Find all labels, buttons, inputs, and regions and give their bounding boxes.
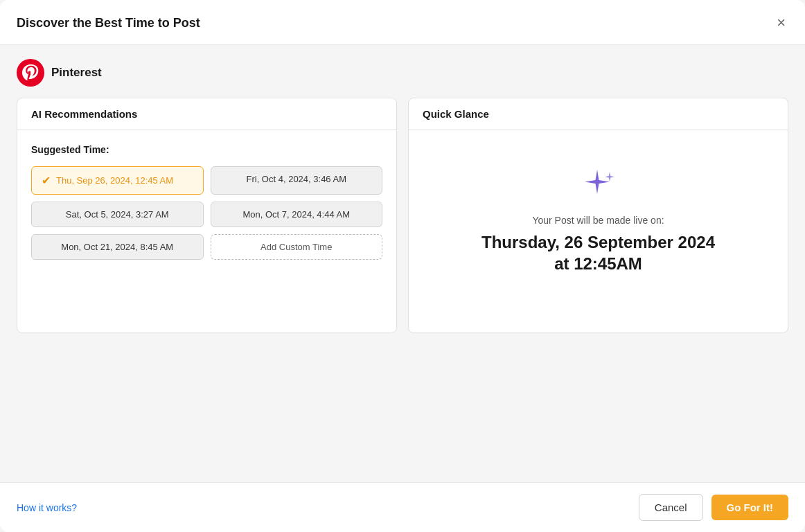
time-chip-label-2: Fri, Oct 4, 2024, 3:46 AM	[246, 174, 346, 184]
right-panel: Quick Glance Your Post will be made live…	[408, 98, 788, 333]
live-date-line2: at 12:45AM	[481, 253, 715, 274]
modal-body: Pinterest AI Recommendations Suggested T…	[0, 45, 805, 482]
time-chip-label-3: Sat, Oct 5, 2024, 3:27 AM	[66, 209, 169, 220]
sparkle-icon	[578, 166, 619, 204]
modal-header: Discover the Best Time to Post ×	[0, 0, 805, 45]
modal-title: Discover the Best Time to Post	[17, 16, 200, 30]
time-chip-label-4: Mon, Oct 7, 2024, 4:44 AM	[242, 209, 350, 220]
close-button[interactable]: ×	[774, 12, 788, 33]
add-custom-time-label: Add Custom Time	[260, 242, 332, 252]
time-chip-4[interactable]: Mon, Oct 7, 2024, 4:44 AM	[211, 202, 383, 227]
svg-point-0	[17, 59, 44, 87]
how-it-works-button[interactable]: How it works?	[17, 502, 77, 513]
left-panel: AI Recommendations Suggested Time: ✔ Thu…	[17, 98, 397, 333]
add-custom-time-button[interactable]: Add Custom Time	[211, 234, 383, 260]
time-chip-3[interactable]: Sat, Oct 5, 2024, 3:27 AM	[31, 202, 204, 227]
modal-footer: How it works? Cancel Go For It!	[0, 482, 805, 532]
live-date: Thursday, 26 September 2024 at 12:45AM	[481, 231, 715, 274]
platform-name: Pinterest	[51, 66, 102, 80]
time-chip-5[interactable]: Mon, Oct 21, 2024, 8:45 AM	[31, 234, 204, 260]
time-chip-label-1: Thu, Sep 26, 2024, 12:45 AM	[56, 175, 173, 186]
live-date-line1: Thursday, 26 September 2024	[481, 231, 715, 253]
live-label: Your Post will be made live on:	[532, 215, 664, 226]
quick-glance-header: Quick Glance	[409, 98, 788, 130]
pinterest-icon	[17, 59, 44, 87]
time-chip-selected[interactable]: ✔ Thu, Sep 26, 2024, 12:45 AM	[31, 166, 204, 195]
panels: AI Recommendations Suggested Time: ✔ Thu…	[17, 98, 788, 333]
modal: Discover the Best Time to Post × Pintere…	[0, 0, 805, 532]
platform-header: Pinterest	[17, 59, 788, 87]
quick-glance-content: Your Post will be made live on: Thursday…	[409, 130, 788, 310]
go-for-it-button[interactable]: Go For It!	[711, 495, 789, 520]
check-icon: ✔	[42, 174, 51, 187]
ai-recommendations-header: AI Recommendations	[17, 98, 396, 130]
time-chip-2[interactable]: Fri, Oct 4, 2024, 3:46 AM	[211, 166, 383, 195]
time-chip-label-5: Mon, Oct 21, 2024, 8:45 AM	[61, 242, 173, 252]
suggested-time-label: Suggested Time:	[31, 144, 382, 155]
left-panel-content: Suggested Time: ✔ Thu, Sep 26, 2024, 12:…	[17, 130, 396, 274]
footer-actions: Cancel Go For It!	[639, 494, 788, 521]
cancel-button[interactable]: Cancel	[639, 494, 703, 521]
time-grid: ✔ Thu, Sep 26, 2024, 12:45 AM Fri, Oct 4…	[31, 166, 382, 260]
